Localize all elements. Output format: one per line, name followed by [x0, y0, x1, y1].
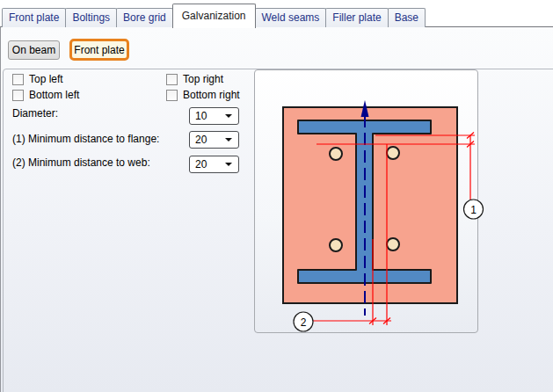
chevron-down-icon	[225, 114, 232, 118]
tab-content-galvanization: On beam Front plate Top left Top right B…	[0, 26, 553, 392]
hole-bottom-right	[387, 238, 399, 250]
bottom-right-checkbox[interactable]	[166, 90, 178, 101]
min-distance-web-dropdown[interactable]: 20	[189, 156, 239, 173]
balloon-2-label: 2	[301, 316, 307, 329]
top-right-checkbox[interactable]	[166, 74, 178, 85]
diameter-label: Diameter:	[12, 106, 58, 120]
min-distance-flange-dropdown[interactable]: 20	[189, 131, 239, 149]
tab-filler-plate[interactable]: Filler plate	[325, 8, 388, 27]
hole-top-right	[387, 147, 399, 159]
front-plate-button[interactable]: Front plate	[69, 39, 129, 61]
hole-top-left	[330, 148, 342, 160]
top-right-label: Top right	[183, 73, 223, 85]
tab-bore-grid[interactable]: Bore grid	[116, 8, 173, 27]
top-left-label: Top left	[29, 73, 63, 85]
tab-boltings[interactable]: Boltings	[65, 8, 117, 27]
tab-galvanization[interactable]: Galvanization	[172, 4, 256, 28]
diameter-value: 10	[190, 110, 225, 122]
checkbox-row-top-right: Top right	[166, 73, 223, 85]
min-distance-flange-value: 20	[190, 134, 225, 146]
diameter-dropdown[interactable]: 10	[189, 107, 239, 125]
checkbox-row-top-left: Top left	[12, 73, 63, 85]
bottom-left-checkbox[interactable]	[12, 90, 24, 101]
top-left-checkbox[interactable]	[12, 74, 24, 85]
min-distance-flange-label: (1) Minimum distance to flange:	[12, 132, 159, 146]
balloon-1-label: 1	[470, 204, 477, 216]
tab-bar: Front plate Boltings Bore grid Galvaniza…	[2, 3, 425, 27]
chevron-down-icon	[225, 138, 232, 142]
bottom-right-label: Bottom right	[183, 89, 240, 101]
on-beam-button[interactable]: On beam	[8, 40, 60, 60]
min-distance-web-label: (2) Minimum distance to web:	[12, 156, 150, 170]
tab-base[interactable]: Base	[388, 8, 426, 27]
preview-panel: 1 2	[254, 69, 478, 333]
checkbox-row-bottom-left: Bottom left	[12, 89, 79, 101]
checkbox-row-bottom-right: Bottom right	[166, 89, 240, 101]
beam-section-drawing: 1 2	[255, 70, 477, 332]
tab-weld-seams[interactable]: Weld seams	[255, 8, 327, 27]
tab-front-plate[interactable]: Front plate	[2, 8, 66, 27]
min-distance-web-value: 20	[190, 158, 225, 171]
chevron-down-icon	[225, 163, 232, 166]
hole-bottom-left	[330, 239, 342, 251]
bottom-left-label: Bottom left	[29, 89, 79, 101]
